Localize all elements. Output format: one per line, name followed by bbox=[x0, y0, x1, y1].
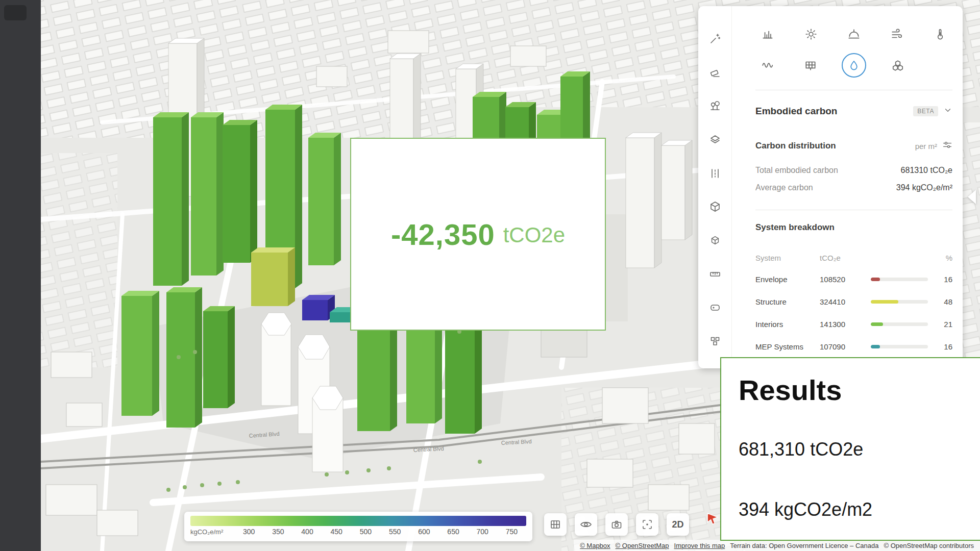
col-tco2e: tCO₂e bbox=[820, 254, 867, 262]
row-percent: 48 bbox=[932, 297, 952, 306]
row-percent: 16 bbox=[932, 275, 952, 284]
analysis-tabs-row2 bbox=[755, 54, 952, 77]
osm-contributors-credit: © OpenStreetMap contributors bbox=[884, 542, 974, 549]
row-system: Structure bbox=[755, 297, 816, 306]
row-value: 141300 bbox=[820, 320, 867, 329]
sun-icon[interactable] bbox=[800, 23, 822, 45]
legend-tick: 350 bbox=[263, 528, 292, 536]
solar-energy-icon[interactable] bbox=[799, 54, 822, 77]
row-percent: 21 bbox=[932, 320, 952, 329]
row-value: 324410 bbox=[820, 297, 867, 306]
row-system: Interiors bbox=[755, 320, 816, 329]
box-3d-icon[interactable] bbox=[707, 201, 723, 213]
osm-link[interactable]: © OpenStreetMap bbox=[616, 542, 669, 549]
row-bar bbox=[871, 322, 928, 326]
legend-tick: 700 bbox=[468, 528, 497, 536]
statistics-icon[interactable] bbox=[756, 23, 779, 45]
breakdown-header: System tCO₂e % bbox=[755, 253, 952, 262]
embodied-carbon-icon[interactable] bbox=[842, 53, 866, 78]
visibility-icon[interactable] bbox=[575, 513, 597, 536]
legend-tick: 500 bbox=[351, 528, 380, 536]
row-value: 108520 bbox=[820, 275, 867, 284]
row-bar bbox=[871, 300, 928, 304]
carbon-delta-unit: tCO2e bbox=[503, 223, 565, 247]
shadow-study-icon[interactable] bbox=[843, 23, 865, 45]
annotation-icon[interactable] bbox=[707, 301, 723, 314]
pointer-cursor-icon bbox=[706, 512, 720, 528]
noise-icon[interactable] bbox=[756, 54, 779, 77]
average-carbon-value: 394 kgCO₂e/m² bbox=[896, 183, 952, 193]
map-style-icon[interactable] bbox=[544, 513, 567, 536]
distribution-unit: per m² bbox=[915, 142, 937, 151]
legend-tick: 450 bbox=[322, 528, 351, 536]
system-breakdown-title: System breakdown bbox=[755, 222, 952, 234]
results-total: 681,310 tCO2e bbox=[739, 439, 863, 460]
col-system: System bbox=[755, 254, 816, 262]
row-bar bbox=[871, 278, 928, 281]
row-bar bbox=[871, 345, 928, 348]
improve-map-link[interactable]: Improve this map bbox=[674, 542, 725, 549]
breakdown-row-interiors: Interiors 141300 21 bbox=[755, 318, 952, 330]
recenter-icon[interactable] bbox=[636, 513, 658, 536]
row-value: 107090 bbox=[820, 342, 867, 351]
terrain-credit: Terrain data: Open Government Licence – … bbox=[730, 542, 878, 549]
panel-divider bbox=[755, 210, 952, 210]
cube-icon[interactable] bbox=[707, 234, 723, 247]
legend-tick: 300 bbox=[234, 528, 263, 536]
eraser-icon[interactable] bbox=[707, 66, 723, 79]
results-average: 394 kgCO2e/m2 bbox=[739, 499, 872, 520]
wind-icon[interactable] bbox=[886, 23, 909, 45]
sliders-icon[interactable] bbox=[942, 140, 952, 152]
wand-icon[interactable] bbox=[707, 33, 723, 45]
analysis-tabs-row1 bbox=[755, 28, 952, 41]
vegetation-icon[interactable] bbox=[707, 100, 723, 113]
thermometer-icon[interactable] bbox=[929, 23, 951, 45]
analysis-panel: Embodied carbon BETA Carbon distribution… bbox=[698, 6, 963, 368]
measure-icon[interactable] bbox=[707, 268, 723, 281]
analysis-panel-body: Embodied carbon BETA Carbon distribution… bbox=[732, 6, 963, 368]
panel-title: Embodied carbon bbox=[755, 106, 913, 117]
results-card: Results 681,310 tCO2e 394 kgCO2e/m2 bbox=[720, 357, 980, 541]
breakdown-row-mep: MEP Systems 107090 16 bbox=[755, 341, 952, 352]
legend-tick: 600 bbox=[409, 528, 438, 536]
chevron-down-icon[interactable] bbox=[943, 106, 952, 117]
panel-divider bbox=[755, 90, 952, 90]
distribution-label: Carbon distribution bbox=[755, 141, 915, 151]
legend-tick: 750 bbox=[497, 528, 526, 536]
carbon-delta-value: -42,350 bbox=[391, 217, 495, 252]
row-system: Envelope bbox=[755, 275, 816, 284]
total-carbon-value: 681310 tCO₂e bbox=[901, 166, 952, 176]
map-toolbar: 2D bbox=[544, 513, 689, 536]
row-system: MEP Systems bbox=[755, 342, 816, 351]
screenshot-icon[interactable] bbox=[605, 513, 628, 536]
left-app-strip bbox=[0, 0, 41, 551]
carbon-legend: kgCO₂e/m² 300 350 400 450 500 550 600 65… bbox=[184, 512, 532, 541]
blocks-icon[interactable] bbox=[707, 335, 723, 347]
mapbox-link[interactable]: © Mapbox bbox=[580, 542, 610, 549]
beta-badge: BETA bbox=[913, 106, 938, 116]
road-section-icon[interactable] bbox=[707, 167, 723, 180]
breakdown-row-envelope: Envelope 108520 16 bbox=[755, 273, 952, 285]
legend-tick: 400 bbox=[292, 528, 322, 536]
legend-tick: 550 bbox=[380, 528, 409, 536]
left-strip-notch bbox=[4, 5, 27, 20]
tool-rail bbox=[698, 6, 732, 368]
total-carbon-label: Total embodied carbon bbox=[755, 166, 838, 176]
mode-2d-button[interactable]: 2D bbox=[667, 513, 689, 536]
carbon-delta-card: -42,350 tCO2e bbox=[350, 138, 606, 331]
legend-gradient bbox=[190, 516, 526, 526]
row-percent: 16 bbox=[932, 342, 952, 351]
layers-icon[interactable] bbox=[707, 133, 723, 146]
microclimate-icon[interactable] bbox=[887, 54, 909, 77]
legend-unit: kgCO₂e/m² bbox=[190, 528, 234, 536]
results-title: Results bbox=[739, 373, 842, 407]
average-carbon-label: Average carbon bbox=[755, 183, 813, 193]
breakdown-row-structure: Structure 324410 48 bbox=[755, 296, 952, 307]
panel-collapse-handle[interactable] bbox=[968, 190, 976, 204]
app-window: Central Blvd Central Blvd Central Blvd -… bbox=[0, 0, 980, 551]
legend-tick: 650 bbox=[438, 528, 468, 536]
map-attribution: © Mapbox © OpenStreetMap Improve this ma… bbox=[574, 540, 980, 551]
col-percent: % bbox=[932, 254, 952, 262]
